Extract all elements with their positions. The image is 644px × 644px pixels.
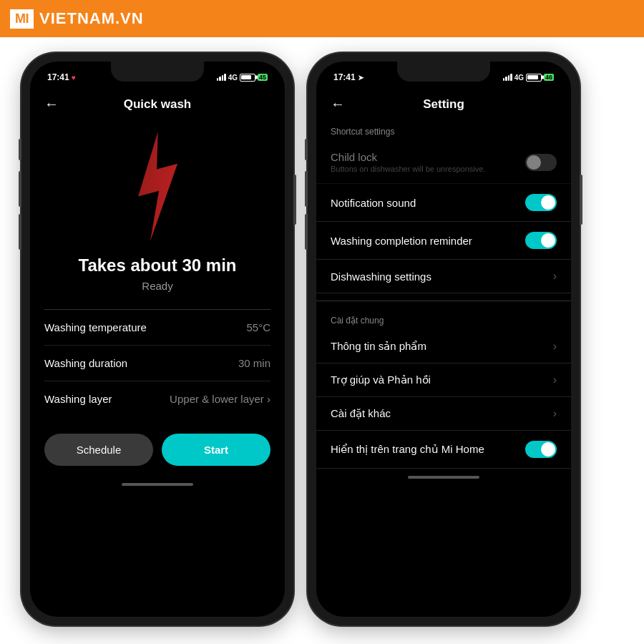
rbar1 [503, 78, 505, 81]
notch-left [111, 62, 204, 82]
side-btn-r1 [305, 139, 308, 160]
back-button-left[interactable]: ← [44, 96, 59, 112]
time-left: 17:41 ♥ [47, 72, 76, 82]
product-info-icon: › [553, 340, 557, 353]
battery-tip-left [255, 76, 258, 79]
washing-completion-toggle[interactable] [525, 232, 557, 249]
location-icon: ➤ [358, 74, 364, 82]
signal-bars-right [503, 74, 512, 81]
layer-label: Washing layer [44, 393, 112, 405]
status-right-right: 4G 46 [503, 74, 554, 82]
phone-left: 17:41 ♥ 4G 45 [21, 53, 293, 625]
child-lock-sublabel: Buttons on dishwasher will be unresponsi… [331, 165, 485, 173]
rbar3 [508, 75, 510, 81]
side-btn-2 [19, 171, 21, 207]
main-container: 17:41 ♥ 4G 45 [0, 37, 644, 644]
rbar4 [510, 74, 512, 81]
other-settings-label: Cài đặt khác [331, 407, 391, 420]
bar1 [217, 78, 219, 81]
home-indicator-left [122, 483, 193, 486]
nav-bar-left: ← Quick wash [30, 89, 285, 119]
battery-fill-left [241, 75, 251, 79]
help-icon: › [553, 374, 557, 386]
notification-sound-toggle[interactable] [525, 194, 557, 211]
back-button-right[interactable]: ← [331, 96, 345, 112]
side-btn-3 [19, 214, 21, 250]
product-info-label: Thông tin sản phẩm [331, 340, 426, 353]
child-lock-toggle [525, 154, 557, 171]
duration-row[interactable]: Washing duration 30 min [44, 346, 270, 381]
general-label: Cài đặt chung [316, 308, 571, 330]
notification-sound-label: Notification sound [331, 197, 416, 209]
shortcut-label: Shortcut settings [316, 119, 571, 141]
phone-left-screen: 17:41 ♥ 4G 45 [30, 62, 285, 617]
schedule-button[interactable]: Schedule [44, 434, 153, 466]
home-indicator-right-wrap [316, 469, 571, 486]
mi-logo-box: MI [10, 9, 34, 29]
battery-num-right: 46 [544, 74, 554, 81]
temp-value: 55°C [246, 321, 270, 333]
wash-title: Takes about 30 min [44, 255, 270, 275]
dishwashing-settings-row[interactable]: Dishwashing settings › [316, 260, 571, 293]
4g-badge-right: 4G [514, 74, 524, 82]
washing-completion-row[interactable]: Washing completion reminder [316, 222, 571, 260]
battery-num-left: 45 [258, 74, 268, 81]
duration-value: 30 min [238, 357, 270, 369]
side-btn-right [293, 175, 296, 225]
dishwashing-settings-label: Dishwashing settings [331, 270, 431, 283]
bar3 [222, 75, 224, 81]
page-title-left: Quick wash [124, 97, 191, 112]
rbar2 [505, 77, 507, 81]
screen-content-left: Takes about 30 min Ready Washing tempera… [30, 255, 285, 416]
washing-completion-knob [541, 233, 555, 248]
status-right-left: 4G 45 [217, 74, 268, 82]
bottom-buttons: Schedule Start [30, 422, 285, 483]
bar4 [224, 74, 226, 81]
other-settings-icon: › [553, 407, 557, 420]
phone-right-screen: 17:41 ➤ 4G 46 [316, 62, 571, 617]
notification-sound-knob [541, 195, 555, 210]
child-lock-knob [527, 155, 541, 170]
mi-logo-text: VIETNAM.VN [39, 9, 144, 28]
section-divider [316, 301, 571, 301]
header-bar: MI VIETNAM.VN [0, 0, 644, 37]
mi-home-knob [541, 442, 555, 457]
signal-bars-left [217, 74, 226, 81]
temp-label: Washing temperature [44, 321, 147, 333]
home-indicator-right [408, 476, 479, 479]
battery-tip-right [542, 76, 544, 79]
help-label: Trợ giúp và Phản hồi [331, 374, 431, 386]
mi-home-row[interactable]: Hiển thị trên trang chủ Mi Home [316, 431, 571, 469]
settings-screen: Shortcut settings Child lock Buttons on … [316, 119, 571, 469]
mi-home-label: Hiển thị trên trang chủ Mi Home [331, 443, 484, 456]
bolt-icon [114, 127, 200, 241]
washing-completion-label: Washing completion reminder [331, 235, 472, 247]
bolt-icon-container [30, 127, 285, 241]
side-btn-r2 [305, 171, 308, 207]
child-lock-row: Child lock Buttons on dishwasher will be… [316, 141, 571, 184]
layer-value: Upper & lower layer › [170, 393, 270, 405]
bar2 [219, 77, 221, 81]
heart-icon: ♥ [72, 74, 76, 82]
temp-row[interactable]: Washing temperature 55°C [44, 310, 270, 346]
nav-bar-right: ← Setting [316, 89, 571, 119]
dishwashing-chevron-icon: › [553, 270, 557, 283]
side-btn-r3 [305, 214, 308, 250]
mi-home-toggle[interactable] [525, 441, 557, 458]
side-btn-1 [19, 139, 21, 160]
time-right: 17:41 ➤ [333, 72, 364, 82]
child-lock-label-group: Child lock Buttons on dishwasher will be… [331, 151, 485, 173]
help-row[interactable]: Trợ giúp và Phản hồi › [316, 364, 571, 397]
battery-right [526, 74, 542, 82]
phone-right: 17:41 ➤ 4G 46 [308, 53, 580, 625]
battery-left [240, 74, 255, 82]
layer-row[interactable]: Washing layer Upper & lower layer › [44, 381, 270, 416]
notification-sound-row[interactable]: Notification sound [316, 184, 571, 222]
other-settings-row[interactable]: Cài đặt khác › [316, 397, 571, 431]
page-title-right: Setting [423, 97, 464, 112]
start-button[interactable]: Start [162, 434, 270, 466]
child-lock-label: Child lock [331, 151, 485, 163]
notch-right [397, 62, 490, 82]
product-info-row[interactable]: Thông tin sản phẩm › [316, 330, 571, 364]
duration-label: Washing duration [44, 357, 127, 369]
